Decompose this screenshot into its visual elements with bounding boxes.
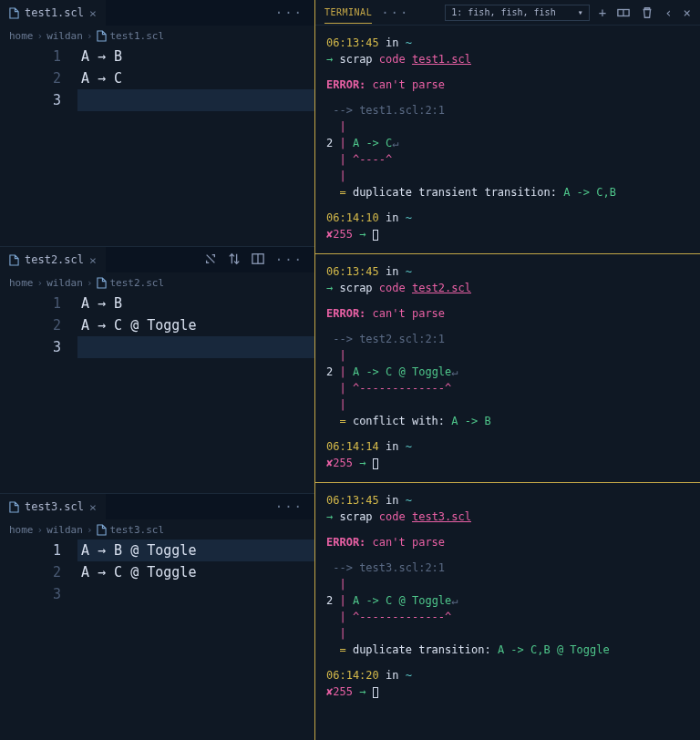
pipe-icon: | xyxy=(339,365,345,378)
terminal-body[interactable]: 06:13:45 in ~ → scrap code test1.scl ERR… xyxy=(315,26,700,740)
subcommand: code xyxy=(379,282,406,294)
pipe-icon: | xyxy=(339,153,345,166)
file-icon xyxy=(97,277,107,289)
plus-icon[interactable]: + xyxy=(599,5,606,20)
pipe-icon: | xyxy=(339,120,345,133)
pipe-icon: | xyxy=(339,349,345,362)
breadcrumb[interactable]: home › wildan › test3.scl xyxy=(0,519,314,540)
underline: ^----^ xyxy=(353,153,392,166)
file-arg[interactable]: test2.scl xyxy=(412,282,471,294)
chevron-right-icon: › xyxy=(87,30,93,42)
pipe-icon: | xyxy=(339,137,345,149)
chevron-down-icon: ▾ xyxy=(578,7,583,17)
equals-icon: = xyxy=(339,643,345,656)
prompt-arrow-icon: → xyxy=(359,685,365,698)
breadcrumb[interactable]: home › wildan › test2.scl xyxy=(0,272,314,293)
pipe-icon: | xyxy=(339,611,345,623)
code-line: A → B xyxy=(81,295,122,312)
timestamp: 06:14:10 xyxy=(326,211,379,224)
code-area[interactable]: 1 2 3 A → B A → C xyxy=(0,46,314,111)
bc-home: home xyxy=(9,277,34,289)
shell-dropdown[interactable]: 1: fish, fish, fish ▾ xyxy=(445,5,589,21)
code-snippet: A -> C @ Toggle xyxy=(353,365,451,378)
cursor xyxy=(373,687,378,698)
more-icon[interactable]: ··· xyxy=(275,252,304,267)
diff-icon[interactable] xyxy=(204,252,217,265)
chevron-right-icon: › xyxy=(87,524,93,536)
code-lines[interactable]: A → B @ Toggle A → C @ Toggle xyxy=(77,540,314,605)
terminal-block-2: 06:13:45 in ~ → scrap code test2.scl ERR… xyxy=(315,263,700,483)
close-panel-icon[interactable]: × xyxy=(684,5,691,20)
code-line: A → C @ Toggle xyxy=(81,317,196,334)
code-line: A → C xyxy=(81,70,122,87)
chevron-right-icon: › xyxy=(87,277,93,289)
editor-pane-2: test2.scl × ··· home › wildan › test2.sc… xyxy=(0,247,314,494)
more-icon[interactable]: ··· xyxy=(381,5,409,20)
code-snippet: A -> C xyxy=(353,137,392,149)
more-icon[interactable]: ··· xyxy=(275,499,304,514)
underline: ^-------------^ xyxy=(353,611,451,623)
terminal-tab[interactable]: TERMINAL xyxy=(324,7,372,24)
note-code: A -> C,B xyxy=(563,186,616,199)
error-location: --> test2.scl:2:1 xyxy=(333,333,445,345)
code-lines[interactable]: A → B A → C @ Toggle xyxy=(77,293,314,358)
bc-user: wildan xyxy=(46,277,83,289)
timestamp: 06:14:14 xyxy=(326,440,379,453)
prompt-arrow-icon: → xyxy=(326,510,333,523)
equals-icon: = xyxy=(339,415,345,427)
bc-user: wildan xyxy=(46,524,83,536)
close-icon[interactable]: × xyxy=(89,500,97,514)
code-snippet: A -> C @ Toggle xyxy=(353,594,451,607)
split-icon[interactable] xyxy=(252,252,264,265)
editor-pane-1: test1.scl × ··· home › wildan › test1.sc… xyxy=(0,0,314,247)
pipe-icon: | xyxy=(339,170,345,182)
code-line: A → C @ Toggle xyxy=(81,564,196,581)
tab-actions: ··· xyxy=(275,5,314,20)
code-lines[interactable]: A → B A → C xyxy=(77,46,314,111)
bc-file: test3.scl xyxy=(110,524,165,536)
exit-code: ✘255 xyxy=(326,228,353,241)
split-terminal-icon[interactable] xyxy=(617,6,630,19)
tab-bar: test1.scl × ··· xyxy=(0,0,314,26)
code-area[interactable]: 1 2 3 A → B A → C @ Toggle xyxy=(0,293,314,358)
more-icon[interactable]: ··· xyxy=(275,5,304,20)
gutter: 1 2 3 xyxy=(0,540,77,605)
compare-icon[interactable] xyxy=(228,252,241,265)
gutter: 1 2 3 xyxy=(0,293,77,358)
error-location: --> test1.scl:2:1 xyxy=(333,104,445,117)
editor-column: test1.scl × ··· home › wildan › test1.sc… xyxy=(0,0,314,740)
chevron-left-icon[interactable]: ‹ xyxy=(664,5,672,20)
close-icon[interactable]: × xyxy=(89,6,97,20)
file-icon xyxy=(97,524,107,536)
tab-test3[interactable]: test3.scl × xyxy=(0,494,106,519)
pipe-icon: | xyxy=(339,627,345,640)
terminal-actions: + ‹ × xyxy=(599,5,691,20)
line-number: 2 xyxy=(326,137,333,149)
code-line: A → B xyxy=(81,48,122,65)
terminal-header: TERMINAL ··· 1: fish, fish, fish ▾ + ‹ × xyxy=(315,0,700,26)
pipe-icon: | xyxy=(339,578,345,591)
tab-label: test3.scl xyxy=(25,500,84,513)
close-icon[interactable]: × xyxy=(89,253,97,267)
file-arg[interactable]: test3.scl xyxy=(412,510,471,523)
file-arg[interactable]: test1.scl xyxy=(412,53,471,66)
tab-test1[interactable]: test1.scl × xyxy=(0,0,106,26)
bc-file: test1.scl xyxy=(110,30,165,42)
gutter: 1 2 3 xyxy=(0,46,77,111)
code-area[interactable]: 1 2 3 A → B @ Toggle A → C @ Toggle xyxy=(0,540,314,605)
prompt-cwd: ~ xyxy=(406,211,412,224)
breadcrumb[interactable]: home › wildan › test1.scl xyxy=(0,26,314,46)
line-number: 2 xyxy=(326,594,333,607)
prompt-arrow-icon: → xyxy=(326,53,333,66)
error-label: ERROR: xyxy=(326,536,365,549)
underline: ^-------------^ xyxy=(353,382,451,395)
tab-bar: test3.scl × ··· xyxy=(0,494,314,519)
chevron-right-icon: › xyxy=(37,30,44,42)
terminal-block-3: 06:13:45 in ~ → scrap code test3.scl ERR… xyxy=(315,492,700,711)
note-text: conflict with: xyxy=(353,415,445,427)
prompt-in: in xyxy=(386,36,398,49)
trash-icon[interactable] xyxy=(641,6,654,19)
editor-pane-3: test3.scl × ··· home › wildan › test3.sc… xyxy=(0,494,314,740)
error-label: ERROR: xyxy=(326,78,365,91)
tab-test2[interactable]: test2.scl × xyxy=(0,247,106,272)
